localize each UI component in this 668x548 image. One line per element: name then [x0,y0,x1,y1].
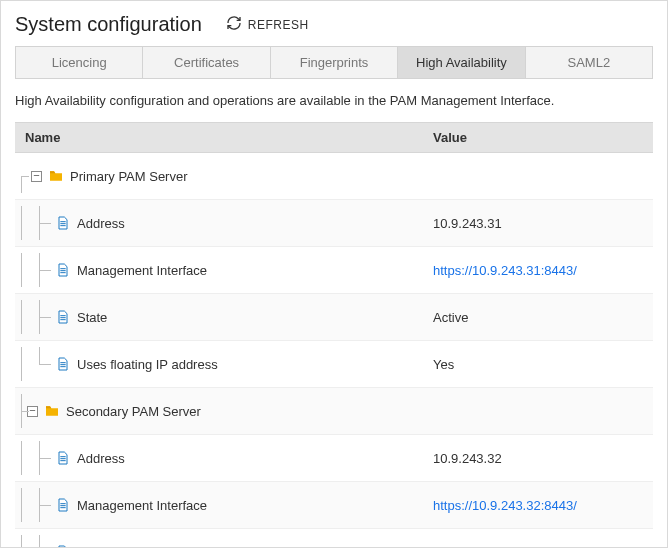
collapse-toggle-icon[interactable] [27,406,38,417]
tree-leaf-label: Uses floating IP address [77,357,218,372]
tree-leaf-label: Address [77,451,125,466]
refresh-label: REFRESH [248,18,309,32]
tree-node-label: Primary PAM Server [70,169,188,184]
tree-leaf[interactable]: Address 10.9.243.31 [15,200,653,247]
document-icon [55,356,71,372]
management-interface-link[interactable]: https://10.9.243.32:8443/ [433,498,577,513]
refresh-button[interactable]: REFRESH [226,15,309,34]
document-icon [55,450,71,466]
document-icon [55,262,71,278]
tree-leaf-label: Address [77,216,125,231]
refresh-icon [226,15,242,34]
tree-node-secondary[interactable]: Secondary PAM Server [15,388,653,435]
tree-leaf-value: Yes [423,351,653,378]
tree-leaf[interactable]: State Standby [15,529,653,548]
collapse-toggle-icon[interactable] [31,171,42,182]
tree-leaf-value: Standby [423,539,653,549]
grid-header: Name Value [15,122,653,153]
tab-saml2[interactable]: SAML2 [526,46,653,79]
tree-leaf[interactable]: Address 10.9.243.32 [15,435,653,482]
document-icon [55,309,71,325]
page-title: System configuration [15,13,202,36]
tree-leaf-label: Management Interface [77,263,207,278]
tree-leaf-value: 10.9.243.31 [423,210,653,237]
tree-leaf-value: 10.9.243.32 [423,445,653,472]
tree-leaf[interactable]: Management Interface https://10.9.243.31… [15,247,653,294]
tree-node-primary[interactable]: Primary PAM Server [15,153,653,200]
management-interface-link[interactable]: https://10.9.243.31:8443/ [433,263,577,278]
tree-leaf[interactable]: Management Interface https://10.9.243.32… [15,482,653,529]
tab-description: High Availability configuration and oper… [15,93,653,108]
tab-high-availability[interactable]: High Availability [398,46,525,79]
tab-certificates[interactable]: Certificates [143,46,270,79]
tree-leaf[interactable]: Uses floating IP address Yes [15,341,653,388]
tree-leaf-label: State [77,545,107,549]
folder-icon [44,403,60,419]
tree-leaf-label: State [77,310,107,325]
folder-icon [48,168,64,184]
tree-grid: Primary PAM Server Address 10.9.243.31 [15,153,653,548]
document-icon [55,215,71,231]
tree-leaf-label: Management Interface [77,498,207,513]
document-icon [55,497,71,513]
tab-licencing[interactable]: Licencing [15,46,143,79]
grid-header-value: Value [423,123,653,152]
document-icon [55,544,71,548]
tree-node-label: Secondary PAM Server [66,404,201,419]
tree-leaf[interactable]: State Active [15,294,653,341]
tree-leaf-value: Active [423,304,653,331]
grid-header-name: Name [15,123,423,152]
tab-bar: Licencing Certificates Fingerprints High… [15,46,653,79]
tab-fingerprints[interactable]: Fingerprints [271,46,398,79]
